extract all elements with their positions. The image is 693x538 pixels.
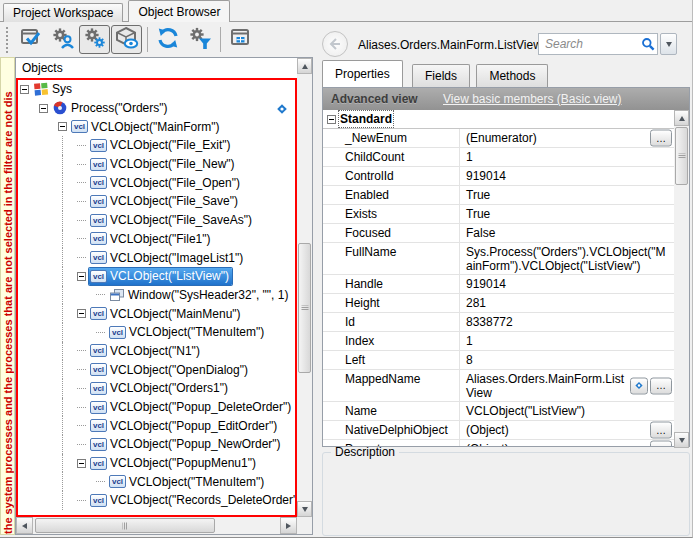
tree-item[interactable]: vclVCLObject("MainForm") [18,117,295,136]
tree-item[interactable]: vclVCLObject("File_SaveAs") [18,211,295,230]
tree-item-body[interactable]: vclVCLObject("Popup_DeleteOrder") [89,399,294,416]
tree-item-body[interactable]: vclVCLObject("File_New") [89,156,238,173]
tree-item-body[interactable]: vclVCLObject("Popup_NewOrder") [89,436,284,453]
tab-object-browser[interactable]: Object Browser [128,0,230,22]
property-row[interactable]: _NewEnum(Enumerator)… [323,129,674,148]
basic-view-link[interactable]: View basic members (Basic view) [443,92,622,106]
property-row[interactable]: ChildCount1 [323,148,674,167]
property-row[interactable]: Height281 [323,294,674,313]
tree-item[interactable]: vclVCLObject("Popup_DeleteOrder") [18,398,295,417]
property-row[interactable]: NameVCLObject("ListView") [323,402,674,421]
tree-item-body[interactable]: Window("SysHeader32", "", 1) [108,286,291,303]
tree-item-body[interactable]: vclVCLObject("ImageList1") [89,249,246,266]
property-row[interactable]: ExistsTrue [323,205,674,224]
tree-expander[interactable] [77,459,86,468]
tree-item-body[interactable]: vclVCLObject("N1") [89,342,203,359]
gear-user-button[interactable] [47,25,78,54]
property-row[interactable]: Index1 [323,332,674,351]
tree-item-body[interactable]: vclVCLObject("Records_DeleteOrder") [89,492,295,509]
tree-item[interactable]: vclVCLObject("File_Exit") [18,136,295,155]
tree-item[interactable]: vclVCLObject("File_Save") [18,192,295,211]
back-button[interactable] [322,31,348,57]
property-row[interactable]: MappedNameAliases.Orders.MainForm.ListVi… [323,370,674,402]
grid-scroll-down-button[interactable] [674,432,689,448]
tree-expander[interactable] [39,104,48,113]
tree-item-body[interactable]: vclVCLObject("TMenuItem") [108,324,267,341]
tab-project-workspace[interactable]: Project Workspace [3,3,123,22]
search-input[interactable] [538,33,658,55]
tree-item[interactable]: vclVCLObject("File_New") [18,155,295,174]
tree-item-body[interactable]: vclVCLObject("OpenDialog") [89,361,251,378]
tree-item[interactable]: vclVCLObject("Popup_NewOrder") [18,435,295,454]
scroll-up-button[interactable] [297,58,312,74]
cube-eye-button[interactable] [111,25,142,54]
finder-button[interactable] [630,377,648,394]
grid-vscroll-thumb[interactable] [675,127,688,185]
category-expander[interactable] [327,115,336,124]
search-icon[interactable] [641,37,655,54]
window-check-button[interactable] [15,25,46,54]
tree-expander[interactable] [77,272,86,281]
tree-item[interactable]: vclVCLObject("Records_DeleteOrder") [18,491,295,510]
gears-button[interactable] [79,25,110,54]
tree-vertical-scrollbar[interactable] [297,58,312,517]
category-row[interactable]: Standard [323,110,674,129]
search-options-dropdown[interactable] [660,33,677,55]
tab-properties[interactable]: Properties [322,60,403,87]
tree-item[interactable]: Process("Orders") [18,99,295,118]
tree-expander[interactable] [58,122,67,131]
property-row[interactable]: Id8338772 [323,313,674,332]
tree-item-body[interactable]: vclVCLObject("MainMenu") [89,305,244,322]
tree-expander[interactable] [77,309,86,318]
property-row[interactable]: Left8 [323,351,674,370]
tree-item[interactable]: vclVCLObject("PopupMenu1") [18,454,295,473]
tree-item-body[interactable]: Process("Orders") [51,100,171,117]
tree-item-body[interactable]: vclVCLObject("File_Open") [89,174,243,191]
tree-item[interactable]: vclVCLObject("N1") [18,342,295,361]
tree-item[interactable]: vclVCLObject("Popup_EditOrder") [18,416,295,435]
scroll-left-button[interactable] [16,517,33,534]
ellipsis-button[interactable]: … [650,441,672,447]
tree-item[interactable]: Window("SysHeader32", "", 1) [18,286,295,305]
tree-item[interactable]: vclVCLObject("File_Open") [18,173,295,192]
grid-scroll-up-button[interactable] [674,110,689,126]
tree-item[interactable]: vclVCLObject("MainMenu") [18,304,295,323]
tab-fields[interactable]: Fields [412,64,470,87]
ellipsis-button[interactable]: … [650,130,672,147]
tree-item[interactable]: vclVCLObject("ListView") [18,267,295,286]
gear-filter-button[interactable] [184,25,215,54]
tree-item[interactable]: vclVCLObject("OpenDialog") [18,360,295,379]
toolbar-grip-handle[interactable] [6,27,9,53]
property-row[interactable]: FullNameSys.Process("Orders").VCLObject(… [323,243,674,275]
tree-item-body[interactable]: vclVCLObject("File_SaveAs") [89,212,255,229]
ellipsis-button[interactable]: … [650,422,672,439]
tree-item-body[interactable]: vclVCLObject("Popup_EditOrder") [89,417,280,434]
tree-horizontal-scrollbar[interactable] [16,517,297,534]
window-panel-button[interactable] [225,25,256,54]
tree-item[interactable]: vclVCLObject("TMenuItem") [18,323,295,342]
property-row[interactable]: Parent(Object)… [323,440,674,446]
tree-vscroll-thumb[interactable] [298,243,311,373]
property-row[interactable]: EnabledTrue [323,186,674,205]
tree-item-body[interactable]: vclVCLObject("File_Save") [89,193,241,210]
ellipsis-button[interactable]: … [650,377,672,394]
property-row[interactable]: NativeDelphiObject(Object)… [323,421,674,440]
tree-item-body[interactable]: vclVCLObject("ListView") [89,268,232,285]
tab-methods[interactable]: Methods [476,64,548,87]
tree-hscroll-thumb[interactable] [35,518,215,533]
tree-item-body[interactable]: vclVCLObject("MainForm") [70,118,223,135]
tree-item[interactable]: vclVCLObject("ImageList1") [18,248,295,267]
scroll-right-button[interactable] [280,517,297,534]
tree-item[interactable]: Sys [18,80,295,99]
tree-item-body[interactable]: Sys [32,81,75,98]
tree-item-body[interactable]: vclVCLObject("File_Exit") [89,137,234,154]
tree-item[interactable]: vclVCLObject("Orders1") [18,379,295,398]
tree-item[interactable]: vclVCLObject("File1") [18,230,295,249]
tree-item[interactable]: vclVCLObject("TMenuItem") [18,472,295,491]
tree-expander[interactable] [20,85,29,94]
property-row[interactable]: ControlId919014 [323,167,674,186]
property-row[interactable]: Handle919014 [323,275,674,294]
property-row[interactable]: FocusedFalse [323,224,674,243]
scroll-down-button[interactable] [297,501,312,517]
tree-item-body[interactable]: vclVCLObject("TMenuItem") [108,473,267,490]
